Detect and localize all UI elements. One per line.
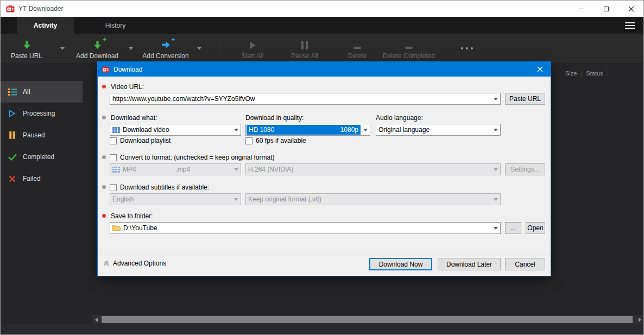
chevron-down-icon[interactable] [491, 223, 500, 233]
add-download-button[interactable]: + Add Download [69, 34, 125, 63]
column-header-status[interactable]: Status [586, 70, 603, 77]
quality-combobox[interactable]: HD 1080 1080p [245, 124, 370, 136]
save-folder-combobox[interactable]: D:\YouTube [110, 222, 501, 234]
subtitle-language-value: English [112, 195, 134, 203]
subtitle-language-combobox[interactable]: English [110, 193, 241, 205]
list-column-headers: Size Status [565, 69, 608, 77]
delete-button[interactable]: Delete [336, 34, 379, 63]
dialog-close-button[interactable] [529, 62, 551, 77]
chevron-down-icon[interactable] [231, 194, 241, 205]
app-icon [6, 5, 15, 12]
bottom-strip [1, 324, 643, 335]
scrollbar-thumb[interactable] [102, 316, 633, 323]
advanced-options-label: Advanced Options [113, 260, 166, 267]
start-all-button[interactable]: Start All [231, 34, 274, 63]
dots-icon [461, 47, 463, 49]
paste-url-button[interactable]: Paste URL [1, 34, 53, 63]
download-now-button[interactable]: Download Now [369, 258, 432, 270]
column-header-size[interactable]: Size [565, 70, 577, 77]
horizontal-scrollbar[interactable] [92, 315, 644, 324]
download-subtitles-checkbox[interactable]: Download subtitles if available: [110, 184, 209, 191]
convert-format-value: MP4 [123, 166, 136, 173]
video-url-label: Video URL: [111, 83, 144, 91]
start-all-label: Start All [241, 52, 263, 60]
paste-url-dialog-button[interactable]: Paste URL [505, 93, 545, 105]
delete-completed-label: Delete Completed [383, 52, 435, 60]
cancel-button[interactable]: Cancel [505, 258, 545, 270]
convert-format-checkbox[interactable]: Convert to format: (unchecked = keep ori… [110, 154, 274, 161]
codec-combobox[interactable]: H.264 (NVIDIA) [245, 163, 501, 175]
sidebar-item-failed[interactable]: Failed [1, 168, 83, 189]
tab-history[interactable]: History [74, 17, 157, 34]
quality-value: HD 1080 [249, 126, 274, 134]
save-folder-label: Save to folder: [111, 212, 153, 220]
chevron-down-icon[interactable] [491, 93, 500, 104]
processing-play-icon [8, 110, 17, 117]
dialog-titlebar[interactable]: Download [98, 62, 551, 77]
audio-language-combobox[interactable]: Original language [376, 124, 501, 136]
scroll-right-button[interactable] [635, 315, 644, 324]
chevron-down-icon[interactable] [231, 124, 241, 135]
open-folder-button[interactable]: Open [526, 222, 545, 234]
download-dialog: Download Video URL: https://www.youtube.… [97, 61, 551, 276]
codec-value: H.264 (NVIDIA) [248, 166, 293, 173]
settings-button[interactable]: Settings... [505, 163, 545, 175]
sidebar-item-processing[interactable]: Processing [1, 103, 83, 124]
required-bullet [102, 85, 106, 89]
completed-check-icon [8, 154, 17, 161]
titlebar: YT Downloader [1, 1, 643, 17]
sidebar-item-completed[interactable]: Completed [1, 146, 83, 168]
scroll-right-icon [639, 318, 641, 322]
convert-format-combobox[interactable]: MP4 .mp4 [110, 163, 241, 175]
add-conversion-icon: + [161, 39, 171, 49]
chevron-down-icon[interactable] [491, 164, 500, 175]
close-button[interactable] [618, 1, 643, 17]
audio-language-value: Original language [378, 126, 430, 134]
toolbar-overflow-button[interactable] [461, 47, 473, 49]
add-conversion-button[interactable]: + Add Conversion [137, 34, 194, 63]
group-bullet [102, 185, 106, 189]
advanced-options-toggle[interactable]: Advanced Options [103, 260, 166, 267]
video-url-combobox[interactable]: https://www.youtube.com/watch?v=SYYZo5if… [110, 93, 501, 105]
download-playlist-checkbox[interactable]: Download playlist [110, 137, 171, 144]
add-download-dropdown-caret[interactable] [129, 47, 133, 50]
minimize-icon [578, 9, 584, 9]
tab-bar: Activity History [1, 17, 643, 34]
fps-checkbox[interactable]: 60 fps if available [245, 137, 306, 144]
minimize-button[interactable] [569, 1, 594, 17]
scroll-left-icon [95, 318, 98, 322]
delete-completed-button[interactable]: Delete Completed [381, 34, 437, 63]
chevron-down-icon[interactable] [361, 124, 370, 135]
sidebar-item-paused[interactable]: Paused [1, 124, 83, 146]
toolbar-separator [219, 40, 219, 57]
download-what-combobox[interactable]: Download video [110, 124, 241, 136]
dialog-title: Download [113, 66, 142, 73]
sidebar-item-all[interactable]: All [1, 81, 83, 103]
browse-folder-button[interactable]: ... [505, 222, 521, 234]
scroll-left-button[interactable] [92, 315, 101, 324]
video-url-value: https://www.youtube.com/watch?v=SYYZo5if… [112, 95, 255, 103]
delete-completed-icon [405, 39, 413, 49]
close-icon [628, 6, 634, 12]
chevron-down-icon[interactable] [491, 124, 500, 135]
pause-all-button[interactable]: Pause All [283, 34, 326, 63]
add-conversion-dropdown-caret[interactable] [197, 47, 201, 50]
paste-url-dropdown-caret[interactable] [60, 47, 65, 50]
tab-activity-label: Activity [34, 22, 57, 29]
paste-url-label: Paste URL [11, 52, 42, 60]
start-all-icon [249, 39, 256, 49]
hamburger-menu-button[interactable] [621, 17, 639, 34]
dialog-app-icon [102, 66, 110, 73]
checkbox-box [110, 154, 117, 161]
chevron-down-icon[interactable] [491, 194, 500, 205]
sidebar-item-label: Failed [23, 175, 41, 182]
tab-activity[interactable]: Activity [17, 17, 74, 34]
sidebar-item-label: Completed [23, 153, 54, 161]
required-bullet [102, 214, 106, 218]
subtitle-format-combobox[interactable]: Keep original format (.vtt) [245, 193, 501, 205]
maximize-button[interactable] [594, 1, 618, 17]
app-window: YT Downloader Activity History Paste URL [0, 0, 644, 335]
hamburger-icon [625, 22, 635, 23]
chevron-down-icon[interactable] [231, 164, 241, 175]
download-later-button[interactable]: Download Later [438, 258, 501, 270]
